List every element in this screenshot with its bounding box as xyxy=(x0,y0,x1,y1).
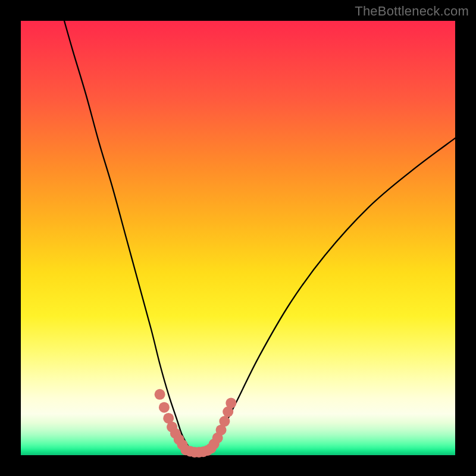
curve-marker xyxy=(155,389,165,400)
marker-group xyxy=(155,389,237,458)
watermark-text: TheBottleneck.com xyxy=(355,4,469,19)
curve-marker xyxy=(226,397,236,408)
bottleneck-curve xyxy=(64,21,455,453)
curve-marker xyxy=(219,416,230,427)
plot-area xyxy=(21,21,455,455)
curve-marker xyxy=(159,402,170,413)
chart-frame: TheBottleneck.com xyxy=(0,0,476,476)
curve-layer xyxy=(21,21,455,455)
